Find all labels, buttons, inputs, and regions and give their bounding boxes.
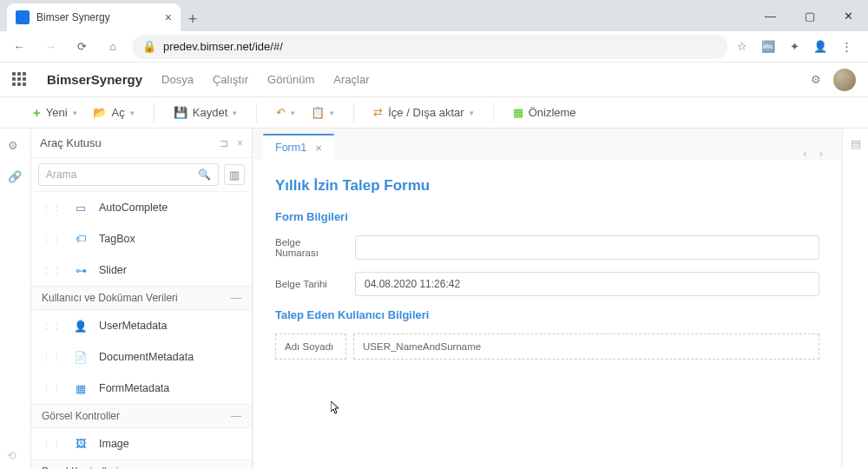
drag-handle-icon: ⋮⋮	[42, 320, 62, 332]
toolbox-item-formmetadata[interactable]: ⋮⋮ ▦ FormMetadata	[31, 373, 252, 404]
chevron-down-icon: ▾	[330, 109, 334, 117]
translate-icon[interactable]: 🔤	[760, 39, 776, 55]
toolbox-item-autocomplete[interactable]: ⋮⋮ ▭ AutoComplete	[31, 192, 252, 223]
gear-icon[interactable]: ⚙	[811, 73, 821, 86]
browser-tab[interactable]: Bimser Synergy ×	[7, 3, 181, 31]
menu-file[interactable]: Dosya	[161, 73, 194, 86]
collapse-icon: —	[231, 292, 241, 304]
toolbox-item-slider[interactable]: ⋮⋮ ⊶ Slider	[31, 254, 252, 286]
doc-date-label: Belge Tarihi	[275, 279, 343, 289]
drag-handle-icon: ⋮⋮	[42, 234, 62, 245]
forward-button[interactable]: →	[38, 35, 62, 59]
preview-button[interactable]: ▦ Önizleme	[513, 106, 576, 119]
chrome-menu-icon[interactable]: ⋮	[838, 39, 854, 55]
menu-tools[interactable]: Araçlar	[333, 73, 369, 86]
close-tab-icon[interactable]: ×	[315, 142, 322, 155]
pin-icon[interactable]: ⊐	[220, 137, 228, 149]
toolbox-category-visual[interactable]: Görsel Kontroller —	[31, 404, 252, 428]
url-text: predev.bimser.net/ide/#/	[163, 40, 283, 53]
image-icon: 🖼	[71, 434, 90, 453]
form-canvas[interactable]: Yıllık İzin Talep Formu Form Bilgileri B…	[254, 160, 840, 469]
slider-icon: ⊶	[71, 261, 90, 280]
search-placeholder: Arama	[46, 168, 76, 181]
link-rail-icon[interactable]: 🔗	[8, 170, 23, 186]
undo-icon: ↶	[276, 106, 286, 119]
tab-label: Form1	[275, 142, 306, 154]
home-button[interactable]: ⌂	[101, 35, 125, 59]
main-area: ⚙ 🔗 Araç Kutusu ⊐ × Arama 🔍 ▥ ⋮⋮ ▭ AutoC…	[0, 129, 868, 469]
maximize-button[interactable]: ▢	[790, 0, 829, 31]
section-requester-info: Talep Eden Kullanıcı Bilgileri	[275, 308, 819, 321]
close-tab-icon[interactable]: ×	[165, 10, 172, 24]
drag-handle-icon: ⋮⋮	[42, 265, 62, 276]
form-icon: ▦	[71, 379, 90, 398]
field-name-surname[interactable]: Adı Soyadı USER_NameAndSurname	[275, 334, 819, 360]
url-field[interactable]: 🔒 predev.bimser.net/ide/#/	[132, 35, 727, 59]
drag-handle-icon: ⋮⋮	[42, 202, 62, 214]
layout-toggle-button[interactable]: ▥	[224, 164, 245, 185]
form-title: Yıllık İzin Talep Formu	[275, 177, 819, 195]
plus-icon: +	[33, 105, 41, 120]
folder-icon: 📂	[93, 106, 107, 119]
back-button[interactable]: ←	[7, 35, 31, 59]
settings-rail-icon[interactable]: ⚙	[8, 139, 23, 155]
import-export-button[interactable]: ⇄ İçe / Dışa aktar ▾	[373, 106, 473, 119]
clipboard-button[interactable]: 📋 ▾	[311, 106, 334, 119]
search-input[interactable]: Arama 🔍	[38, 163, 219, 186]
user-icon: 👤	[71, 316, 90, 335]
properties-rail-icon[interactable]: ▤	[851, 137, 861, 150]
undo-button[interactable]: ↶ ▾	[276, 106, 295, 119]
preview-icon: ▦	[513, 106, 523, 119]
toolbox-item-tagbox[interactable]: ⋮⋮ 🏷 TagBox	[31, 223, 252, 254]
toolbar: + Yeni ▾ 📂 Aç ▾ 💾 Kaydet ▾ ↶ ▾ 📋 ▾ ⇄ İçe…	[0, 97, 868, 129]
right-rail: ▤	[842, 129, 868, 469]
name-value: USER_NameAndSurname	[353, 334, 819, 360]
toolbox-header: Araç Kutusu ⊐ ×	[31, 129, 252, 158]
extensions-icon[interactable]: ✦	[786, 39, 802, 55]
profile-icon[interactable]: 👤	[812, 39, 828, 55]
document-tab[interactable]: Form1 ×	[263, 134, 334, 160]
toolbox-category-user-doc[interactable]: Kullanıcı ve Doküman Verileri —	[31, 286, 252, 310]
name-label: Adı Soyadı	[275, 334, 346, 360]
toolbox-category-panel[interactable]: Panel Kontrolleri —	[31, 459, 252, 469]
chevron-down-icon: ▾	[73, 109, 77, 117]
doc-date-input[interactable]: 04.08.2020 11:26:42	[355, 272, 819, 296]
toolbox-item-image[interactable]: ⋮⋮ 🖼 Image	[31, 428, 252, 459]
tab-prev-icon[interactable]: ‹	[803, 147, 806, 160]
chevron-down-icon: ▾	[470, 109, 474, 117]
toolbox-item-documentmetadata[interactable]: ⋮⋮ 📄 DocumentMetadata	[31, 341, 252, 373]
new-button[interactable]: + Yeni ▾	[33, 105, 77, 120]
toolbox-panel: Araç Kutusu ⊐ × Arama 🔍 ▥ ⋮⋮ ▭ AutoCompl…	[31, 129, 253, 469]
minimize-button[interactable]: —	[751, 0, 790, 31]
app-name: BimserSynergy	[47, 72, 142, 87]
toolbox-item-usermetadata[interactable]: ⋮⋮ 👤 UserMetadata	[31, 310, 252, 341]
close-window-button[interactable]: ✕	[829, 0, 868, 31]
apps-grid-icon[interactable]	[12, 72, 28, 88]
drag-handle-icon: ⋮⋮	[42, 383, 62, 394]
tab-next-icon[interactable]: ›	[819, 147, 823, 160]
tag-icon: 🏷	[71, 229, 90, 248]
transfer-icon: ⇄	[373, 106, 383, 119]
menu-run[interactable]: Çalıştır	[213, 73, 248, 86]
address-bar: ← → ⟳ ⌂ 🔒 predev.bimser.net/ide/#/ ☆ 🔤 ✦…	[0, 31, 868, 63]
save-button[interactable]: 💾 Kaydet ▾	[174, 106, 237, 119]
tab-title: Bimser Synergy	[36, 11, 110, 23]
doc-number-input[interactable]	[355, 235, 819, 260]
toolbox-title: Araç Kutusu	[40, 136, 102, 149]
save-icon: 💾	[174, 106, 187, 119]
left-rail: ⚙ 🔗	[0, 129, 31, 469]
document-tabs-bar: Form1 × ‹ ›	[253, 129, 842, 160]
open-button[interactable]: 📂 Aç ▾	[93, 106, 135, 119]
new-tab-button[interactable]: +	[181, 7, 205, 31]
collapse-icon: —	[231, 466, 241, 469]
avatar[interactable]	[833, 69, 856, 91]
reload-button[interactable]: ⟳	[69, 35, 94, 59]
doc-number-label: Belge Numarası	[275, 237, 343, 258]
drag-handle-icon: ⋮⋮	[42, 352, 62, 363]
menu-view[interactable]: Görünüm	[267, 73, 314, 86]
favicon-icon	[16, 10, 30, 24]
star-icon[interactable]: ☆	[734, 39, 750, 55]
clipboard-icon: 📋	[311, 106, 325, 119]
close-panel-icon[interactable]: ×	[237, 137, 243, 149]
collapse-icon: —	[231, 410, 241, 422]
